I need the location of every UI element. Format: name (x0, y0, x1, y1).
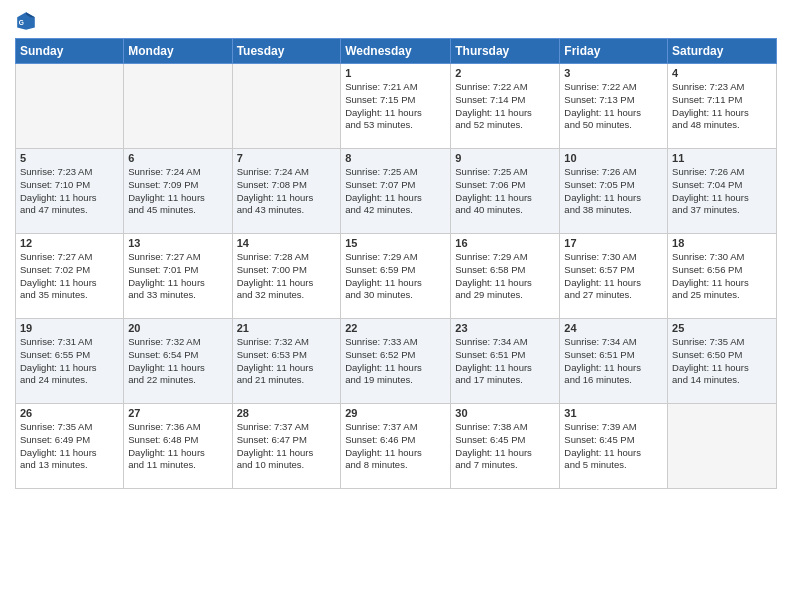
calendar-cell: 14Sunrise: 7:28 AM Sunset: 7:00 PM Dayli… (232, 234, 341, 319)
day-number: 22 (345, 322, 446, 334)
calendar-cell: 16Sunrise: 7:29 AM Sunset: 6:58 PM Dayli… (451, 234, 560, 319)
col-header-wednesday: Wednesday (341, 39, 451, 64)
calendar-cell: 10Sunrise: 7:26 AM Sunset: 7:05 PM Dayli… (560, 149, 668, 234)
day-number: 28 (237, 407, 337, 419)
day-info: Sunrise: 7:30 AM Sunset: 6:56 PM Dayligh… (672, 251, 772, 302)
col-header-thursday: Thursday (451, 39, 560, 64)
calendar-cell: 18Sunrise: 7:30 AM Sunset: 6:56 PM Dayli… (668, 234, 777, 319)
calendar-cell: 22Sunrise: 7:33 AM Sunset: 6:52 PM Dayli… (341, 319, 451, 404)
day-number: 2 (455, 67, 555, 79)
calendar-cell: 27Sunrise: 7:36 AM Sunset: 6:48 PM Dayli… (124, 404, 232, 489)
calendar-cell: 11Sunrise: 7:26 AM Sunset: 7:04 PM Dayli… (668, 149, 777, 234)
col-header-friday: Friday (560, 39, 668, 64)
calendar-cell: 9Sunrise: 7:25 AM Sunset: 7:06 PM Daylig… (451, 149, 560, 234)
day-number: 1 (345, 67, 446, 79)
day-info: Sunrise: 7:31 AM Sunset: 6:55 PM Dayligh… (20, 336, 119, 387)
day-info: Sunrise: 7:29 AM Sunset: 6:59 PM Dayligh… (345, 251, 446, 302)
day-number: 29 (345, 407, 446, 419)
day-number: 13 (128, 237, 227, 249)
day-number: 17 (564, 237, 663, 249)
day-number: 21 (237, 322, 337, 334)
day-number: 24 (564, 322, 663, 334)
calendar-cell (232, 64, 341, 149)
calendar-cell: 17Sunrise: 7:30 AM Sunset: 6:57 PM Dayli… (560, 234, 668, 319)
calendar-cell: 23Sunrise: 7:34 AM Sunset: 6:51 PM Dayli… (451, 319, 560, 404)
calendar-cell: 4Sunrise: 7:23 AM Sunset: 7:11 PM Daylig… (668, 64, 777, 149)
day-info: Sunrise: 7:28 AM Sunset: 7:00 PM Dayligh… (237, 251, 337, 302)
calendar: SundayMondayTuesdayWednesdayThursdayFrid… (15, 38, 777, 489)
day-info: Sunrise: 7:29 AM Sunset: 6:58 PM Dayligh… (455, 251, 555, 302)
calendar-cell (668, 404, 777, 489)
day-info: Sunrise: 7:26 AM Sunset: 7:05 PM Dayligh… (564, 166, 663, 217)
day-info: Sunrise: 7:26 AM Sunset: 7:04 PM Dayligh… (672, 166, 772, 217)
day-info: Sunrise: 7:38 AM Sunset: 6:45 PM Dayligh… (455, 421, 555, 472)
calendar-header-row: SundayMondayTuesdayWednesdayThursdayFrid… (16, 39, 777, 64)
day-info: Sunrise: 7:23 AM Sunset: 7:10 PM Dayligh… (20, 166, 119, 217)
day-number: 11 (672, 152, 772, 164)
day-info: Sunrise: 7:21 AM Sunset: 7:15 PM Dayligh… (345, 81, 446, 132)
day-info: Sunrise: 7:37 AM Sunset: 6:47 PM Dayligh… (237, 421, 337, 472)
day-info: Sunrise: 7:36 AM Sunset: 6:48 PM Dayligh… (128, 421, 227, 472)
day-info: Sunrise: 7:22 AM Sunset: 7:14 PM Dayligh… (455, 81, 555, 132)
day-number: 30 (455, 407, 555, 419)
calendar-cell: 28Sunrise: 7:37 AM Sunset: 6:47 PM Dayli… (232, 404, 341, 489)
day-info: Sunrise: 7:32 AM Sunset: 6:53 PM Dayligh… (237, 336, 337, 387)
day-number: 14 (237, 237, 337, 249)
col-header-sunday: Sunday (16, 39, 124, 64)
calendar-cell (16, 64, 124, 149)
day-number: 8 (345, 152, 446, 164)
calendar-cell: 19Sunrise: 7:31 AM Sunset: 6:55 PM Dayli… (16, 319, 124, 404)
calendar-cell (124, 64, 232, 149)
calendar-cell: 31Sunrise: 7:39 AM Sunset: 6:45 PM Dayli… (560, 404, 668, 489)
calendar-cell: 25Sunrise: 7:35 AM Sunset: 6:50 PM Dayli… (668, 319, 777, 404)
day-info: Sunrise: 7:33 AM Sunset: 6:52 PM Dayligh… (345, 336, 446, 387)
day-info: Sunrise: 7:27 AM Sunset: 7:02 PM Dayligh… (20, 251, 119, 302)
day-info: Sunrise: 7:23 AM Sunset: 7:11 PM Dayligh… (672, 81, 772, 132)
calendar-cell: 20Sunrise: 7:32 AM Sunset: 6:54 PM Dayli… (124, 319, 232, 404)
day-info: Sunrise: 7:22 AM Sunset: 7:13 PM Dayligh… (564, 81, 663, 132)
calendar-cell: 3Sunrise: 7:22 AM Sunset: 7:13 PM Daylig… (560, 64, 668, 149)
day-number: 7 (237, 152, 337, 164)
day-number: 10 (564, 152, 663, 164)
day-number: 12 (20, 237, 119, 249)
day-number: 26 (20, 407, 119, 419)
calendar-cell: 5Sunrise: 7:23 AM Sunset: 7:10 PM Daylig… (16, 149, 124, 234)
calendar-cell: 30Sunrise: 7:38 AM Sunset: 6:45 PM Dayli… (451, 404, 560, 489)
day-info: Sunrise: 7:35 AM Sunset: 6:50 PM Dayligh… (672, 336, 772, 387)
day-info: Sunrise: 7:32 AM Sunset: 6:54 PM Dayligh… (128, 336, 227, 387)
calendar-cell: 2Sunrise: 7:22 AM Sunset: 7:14 PM Daylig… (451, 64, 560, 149)
day-info: Sunrise: 7:39 AM Sunset: 6:45 PM Dayligh… (564, 421, 663, 472)
day-info: Sunrise: 7:35 AM Sunset: 6:49 PM Dayligh… (20, 421, 119, 472)
col-header-saturday: Saturday (668, 39, 777, 64)
calendar-cell: 24Sunrise: 7:34 AM Sunset: 6:51 PM Dayli… (560, 319, 668, 404)
day-info: Sunrise: 7:24 AM Sunset: 7:08 PM Dayligh… (237, 166, 337, 217)
day-number: 4 (672, 67, 772, 79)
day-number: 15 (345, 237, 446, 249)
day-info: Sunrise: 7:25 AM Sunset: 7:07 PM Dayligh… (345, 166, 446, 217)
day-number: 19 (20, 322, 119, 334)
calendar-week-3: 12Sunrise: 7:27 AM Sunset: 7:02 PM Dayli… (16, 234, 777, 319)
day-number: 20 (128, 322, 227, 334)
day-info: Sunrise: 7:25 AM Sunset: 7:06 PM Dayligh… (455, 166, 555, 217)
calendar-week-5: 26Sunrise: 7:35 AM Sunset: 6:49 PM Dayli… (16, 404, 777, 489)
day-info: Sunrise: 7:34 AM Sunset: 6:51 PM Dayligh… (564, 336, 663, 387)
logo-icon: G (15, 10, 37, 32)
day-info: Sunrise: 7:34 AM Sunset: 6:51 PM Dayligh… (455, 336, 555, 387)
calendar-cell: 8Sunrise: 7:25 AM Sunset: 7:07 PM Daylig… (341, 149, 451, 234)
day-number: 18 (672, 237, 772, 249)
day-number: 16 (455, 237, 555, 249)
day-info: Sunrise: 7:27 AM Sunset: 7:01 PM Dayligh… (128, 251, 227, 302)
calendar-week-2: 5Sunrise: 7:23 AM Sunset: 7:10 PM Daylig… (16, 149, 777, 234)
calendar-cell: 13Sunrise: 7:27 AM Sunset: 7:01 PM Dayli… (124, 234, 232, 319)
svg-text:G: G (19, 19, 24, 26)
day-info: Sunrise: 7:24 AM Sunset: 7:09 PM Dayligh… (128, 166, 227, 217)
calendar-cell: 6Sunrise: 7:24 AM Sunset: 7:09 PM Daylig… (124, 149, 232, 234)
calendar-cell: 1Sunrise: 7:21 AM Sunset: 7:15 PM Daylig… (341, 64, 451, 149)
calendar-cell: 15Sunrise: 7:29 AM Sunset: 6:59 PM Dayli… (341, 234, 451, 319)
calendar-cell: 26Sunrise: 7:35 AM Sunset: 6:49 PM Dayli… (16, 404, 124, 489)
day-number: 6 (128, 152, 227, 164)
calendar-week-4: 19Sunrise: 7:31 AM Sunset: 6:55 PM Dayli… (16, 319, 777, 404)
day-number: 5 (20, 152, 119, 164)
day-number: 23 (455, 322, 555, 334)
day-number: 31 (564, 407, 663, 419)
